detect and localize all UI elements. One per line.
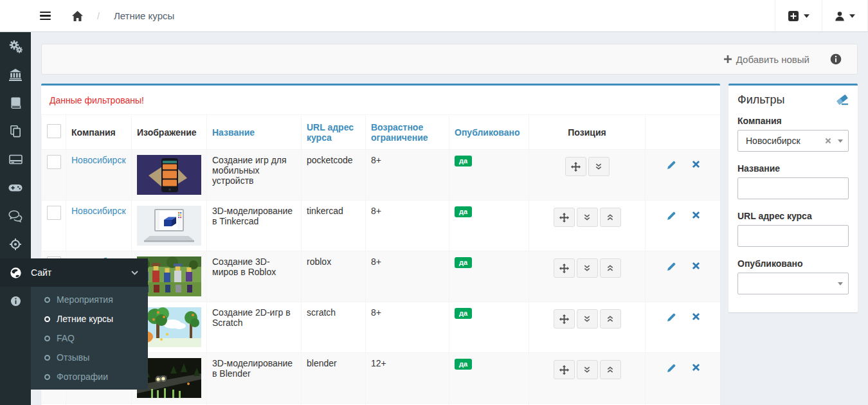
row-checkbox[interactable]: [47, 206, 61, 220]
delete-button[interactable]: [692, 262, 700, 272]
move-up-button[interactable]: [600, 258, 621, 278]
move-button[interactable]: [554, 208, 575, 227]
sidebar-toggle-button[interactable]: [31, 0, 59, 32]
gamepad-icon: [8, 183, 23, 193]
submenu-item-reviews[interactable]: Отзывы: [31, 348, 148, 367]
book-icon: [9, 96, 22, 109]
edit-button[interactable]: [666, 211, 676, 221]
course-age: 8+: [366, 150, 449, 201]
sidebar-item-cogs[interactable]: [0, 32, 31, 60]
add-new-button[interactable]: Добавить новый: [724, 54, 809, 65]
breadcrumb-separator: /: [97, 11, 100, 21]
column-published-sort[interactable]: Опубликовано: [449, 115, 529, 150]
breadcrumb: / Летние курсы: [72, 0, 174, 32]
filter-name-input[interactable]: [743, 178, 843, 199]
move-down-button[interactable]: [577, 208, 598, 227]
circle-icon: [44, 316, 50, 322]
filter-company-select[interactable]: Новосибирск: [737, 130, 849, 152]
table-header-row: Компания Изображение Название URL адрес …: [42, 115, 721, 150]
move-up-button[interactable]: [600, 309, 621, 328]
published-badge: да: [455, 308, 472, 319]
site-submenu: Мероприятия Летние курсы FAQ Отзывы Фото…: [31, 287, 148, 390]
top-navbar: / Летние курсы: [0, 0, 868, 32]
edit-button[interactable]: [666, 363, 676, 374]
filters-panel: Фильтры Компания Новосибирск Название UR…: [728, 84, 858, 312]
company-link[interactable]: Новосибирск: [71, 206, 126, 216]
move-down-button[interactable]: [577, 360, 598, 379]
published-badge: да: [455, 156, 472, 166]
sidebar-item-credit-card[interactable]: [0, 145, 31, 174]
published-badge: да: [455, 257, 472, 268]
delete-button[interactable]: [692, 160, 700, 170]
clear-selection-icon[interactable]: [825, 136, 831, 146]
move-up-button[interactable]: [600, 208, 621, 227]
bank-icon: [9, 68, 22, 81]
delete-button[interactable]: [692, 363, 700, 374]
breadcrumb-current: Летние курсы: [114, 10, 174, 21]
course-age: 8+: [366, 201, 449, 251]
submenu-item-photos[interactable]: Фотографии: [31, 367, 148, 386]
course-age: 8+: [366, 251, 449, 302]
sidebar-item-copy[interactable]: [0, 117, 31, 145]
course-age: 8+: [366, 302, 449, 353]
move-button[interactable]: [554, 258, 575, 278]
move-button[interactable]: [554, 309, 575, 328]
caret-down-icon: [838, 140, 843, 143]
action-toolbar: Добавить новый: [41, 44, 858, 75]
move-button[interactable]: [554, 360, 575, 379]
submenu-item-events[interactable]: Мероприятия: [31, 290, 148, 309]
edit-button[interactable]: [666, 160, 676, 170]
left-sidebar: [0, 32, 31, 405]
delete-button[interactable]: [692, 312, 700, 323]
column-image: Изображение: [132, 115, 207, 150]
navbar-right: [775, 0, 868, 32]
column-company: Компания: [66, 115, 132, 150]
globe-icon: [0, 267, 31, 279]
edit-button[interactable]: [666, 262, 676, 272]
sidebar-item-book[interactable]: [0, 89, 31, 117]
select-all-checkbox[interactable]: [47, 124, 61, 138]
circle-icon: [44, 297, 50, 303]
sidebar-item-site[interactable]: Сайт: [0, 258, 148, 287]
circle-icon: [44, 355, 50, 361]
column-title-sort[interactable]: Название: [207, 115, 302, 150]
column-url-sort[interactable]: URL адрес курса: [302, 115, 366, 150]
user-dropdown[interactable]: [822, 0, 868, 32]
delete-button[interactable]: [692, 211, 700, 221]
row-checkbox[interactable]: [47, 155, 61, 169]
company-link[interactable]: Новосибирск: [71, 155, 126, 165]
eraser-icon[interactable]: [836, 94, 849, 106]
filter-company-label: Компания: [737, 116, 849, 126]
course-title: Создание 2D-игр в Scratch: [207, 302, 302, 353]
quick-add-dropdown[interactable]: [775, 0, 822, 32]
caret-down-icon: [804, 14, 809, 18]
move-down-button[interactable]: [588, 157, 610, 176]
helm-icon: [9, 238, 22, 251]
column-age-sort[interactable]: Возрастное ограничение: [366, 115, 449, 150]
user-icon: [835, 11, 845, 21]
info-button[interactable]: [830, 53, 842, 65]
column-actions: [646, 115, 721, 150]
submenu-item-faq[interactable]: FAQ: [31, 328, 148, 348]
course-title: Создание 3D-миров в Roblox: [207, 251, 302, 302]
filter-url-input[interactable]: [743, 226, 843, 246]
move-down-button[interactable]: [577, 309, 598, 328]
sidebar-item-bank[interactable]: [0, 60, 31, 89]
submenu-item-summer-courses[interactable]: Летние курсы: [31, 309, 148, 328]
course-title: 3D-моделирование в Tinkercad: [207, 201, 302, 251]
sidebar-item-comments[interactable]: [0, 202, 31, 230]
sidebar-item-helm[interactable]: [0, 230, 31, 258]
table-row: Новосибирск 3D-моделирование в Tinkercad…: [42, 201, 721, 251]
filters-title: Фильтры: [737, 93, 784, 107]
sidebar-item-info[interactable]: [0, 287, 31, 315]
edit-button[interactable]: [666, 312, 676, 323]
move-down-button[interactable]: [577, 258, 598, 278]
sidebar-item-gamepad[interactable]: [0, 174, 31, 202]
move-up-button[interactable]: [600, 360, 621, 379]
filter-published-select[interactable]: [737, 273, 849, 294]
published-badge: да: [455, 359, 472, 370]
course-url: roblox: [302, 251, 366, 302]
admin-page: / Летние курсы: [0, 0, 868, 405]
move-button[interactable]: [565, 157, 586, 176]
home-icon[interactable]: [72, 11, 83, 21]
